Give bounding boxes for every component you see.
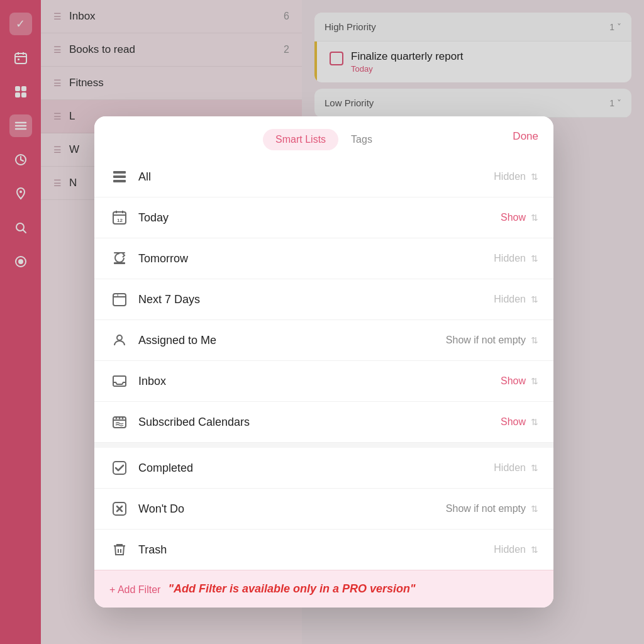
- add-filter-button[interactable]: + Add Filter: [109, 582, 160, 596]
- sort-arrow-icon[interactable]: ⇅: [531, 463, 538, 473]
- svg-rect-29: [114, 252, 125, 253]
- smart-list-status: Hidden: [494, 294, 526, 305]
- smart-list-status: Hidden: [494, 253, 526, 264]
- smart-list-status: Show: [501, 212, 526, 223]
- smart-lists-modal: Smart Lists Tags Done All Hidden ⇅: [94, 116, 553, 608]
- smart-list-trash[interactable]: Trash Hidden ⇅: [94, 530, 553, 570]
- smart-list-name: Assigned to Me: [138, 334, 446, 347]
- sort-arrow-icon[interactable]: ⇅: [531, 376, 538, 386]
- sort-arrow-icon[interactable]: ⇅: [531, 253, 538, 264]
- smart-list-completed[interactable]: Completed Hidden ⇅: [94, 448, 553, 489]
- svg-point-37: [119, 418, 121, 419]
- smart-list-status: Hidden: [494, 171, 526, 182]
- smart-list-status: Show if not empty: [446, 335, 526, 346]
- smart-list-name: Inbox: [138, 375, 501, 388]
- sort-arrow-icon[interactable]: ⇅: [531, 294, 538, 304]
- modal-tabs: Smart Lists Tags: [263, 129, 385, 150]
- pro-message: "Add Filter is available only in a PRO v…: [168, 582, 415, 596]
- smart-list-name: Next 7 Days: [138, 293, 494, 306]
- smart-list-wont-do[interactable]: Won't Do Show if not empty ⇅: [94, 489, 553, 530]
- smart-list-status: Hidden: [494, 462, 526, 474]
- smart-list-subscribed-calendars[interactable]: Subscribed Calendars Show ⇅: [94, 402, 553, 443]
- all-icon: [109, 167, 130, 187]
- assigned-to-me-icon: [109, 330, 130, 350]
- sort-arrow-icon[interactable]: ⇅: [531, 504, 538, 514]
- today-icon: 12: [109, 208, 130, 228]
- svg-rect-21: [113, 175, 126, 178]
- sort-arrow-icon[interactable]: ⇅: [531, 172, 538, 182]
- completed-icon: [109, 458, 130, 478]
- sort-arrow-icon[interactable]: ⇅: [531, 213, 538, 223]
- smart-list-next7days[interactable]: T Next 7 Days Hidden ⇅: [94, 279, 553, 320]
- tab-tags[interactable]: Tags: [338, 129, 385, 150]
- smart-list-status: Show: [501, 416, 526, 428]
- trash-icon: [109, 540, 130, 560]
- wont-do-icon: [109, 499, 130, 519]
- smart-list-inbox[interactable]: Inbox Show ⇅: [94, 361, 553, 402]
- tab-smart-lists[interactable]: Smart Lists: [263, 129, 338, 150]
- smart-list-name: Subscribed Calendars: [138, 416, 501, 429]
- svg-point-33: [117, 335, 122, 340]
- smart-list-status: Show if not empty: [446, 503, 526, 514]
- smart-list-status: Hidden: [494, 544, 526, 555]
- done-button[interactable]: Done: [513, 130, 538, 143]
- next7days-icon: T: [109, 289, 130, 309]
- smart-list-name: Trash: [138, 543, 494, 557]
- svg-rect-22: [113, 180, 126, 182]
- inbox-icon: [109, 371, 130, 391]
- sort-arrow-icon[interactable]: ⇅: [531, 545, 538, 555]
- modal-body: All Hidden ⇅ 12 Today Show ⇅: [94, 157, 553, 570]
- smart-list-name: Today: [138, 211, 501, 225]
- svg-point-38: [122, 418, 124, 419]
- smart-list-all[interactable]: All Hidden ⇅: [94, 157, 553, 197]
- sort-arrow-icon[interactable]: ⇅: [531, 335, 538, 345]
- smart-list-tomorrow[interactable]: Tomorrow Hidden ⇅: [94, 238, 553, 279]
- modal-footer: + Add Filter "Add Filter is available on…: [94, 570, 553, 608]
- svg-rect-28: [114, 262, 125, 264]
- svg-text:12: 12: [117, 218, 123, 223]
- svg-rect-30: [113, 294, 126, 306]
- subscribed-calendars-icon: [109, 412, 130, 432]
- smart-list-assigned-to-me[interactable]: Assigned to Me Show if not empty ⇅: [94, 320, 553, 361]
- smart-list-status: Show: [501, 375, 526, 387]
- smart-list-name: Won't Do: [138, 502, 446, 516]
- modal-header: Smart Lists Tags Done: [94, 116, 553, 157]
- section-divider: [94, 443, 553, 448]
- svg-text:T: T: [116, 292, 119, 297]
- sort-arrow-icon[interactable]: ⇅: [531, 417, 538, 427]
- tomorrow-icon: [109, 248, 130, 269]
- smart-list-today[interactable]: 12 Today Show ⇅: [94, 197, 553, 238]
- smart-list-name: Tomorrow: [138, 252, 494, 265]
- smart-list-name: All: [138, 170, 494, 184]
- svg-rect-20: [113, 171, 126, 174]
- smart-list-name: Completed: [138, 462, 494, 475]
- svg-point-36: [116, 418, 118, 419]
